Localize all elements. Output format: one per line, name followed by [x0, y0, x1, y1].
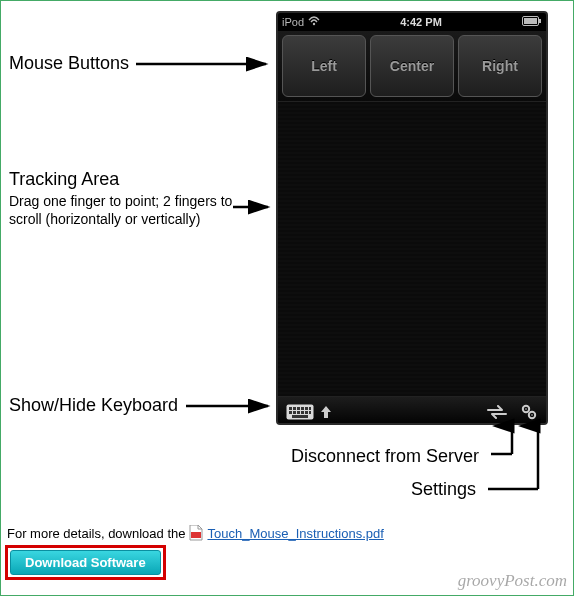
svg-rect-27 [191, 532, 201, 538]
svg-rect-8 [301, 407, 304, 410]
details-text: For more details, download the [7, 526, 185, 541]
mouse-buttons-row: Left Center Right [278, 31, 546, 101]
watermark: groovyPost.com [458, 571, 567, 591]
svg-rect-11 [289, 411, 292, 414]
svg-rect-13 [297, 411, 300, 414]
label-show-hide-keyboard: Show/Hide Keyboard [9, 395, 178, 415]
wifi-icon [308, 16, 320, 28]
arrow-icon [136, 56, 276, 76]
svg-rect-6 [293, 407, 296, 410]
label-tracking-area: Tracking Area [9, 169, 119, 189]
status-device: iPod [282, 16, 304, 28]
label-mouse-buttons: Mouse Buttons [9, 53, 129, 73]
battery-icon [522, 16, 542, 28]
trackpad-area[interactable] [278, 101, 546, 397]
keyboard-icon[interactable] [286, 404, 314, 420]
svg-point-19 [525, 408, 527, 410]
download-software-button[interactable]: Download Software [10, 550, 161, 575]
label-disconnect: Disconnect from Server [291, 446, 479, 466]
label-settings: Settings [411, 479, 476, 499]
svg-rect-15 [305, 411, 308, 414]
svg-rect-14 [301, 411, 304, 414]
svg-rect-7 [297, 407, 300, 410]
svg-rect-2 [539, 19, 541, 23]
svg-rect-10 [309, 407, 311, 410]
svg-rect-16 [309, 411, 311, 414]
arrow-icon [186, 398, 278, 418]
arrow-icon [233, 199, 278, 219]
download-highlight: Download Software [5, 545, 166, 580]
svg-rect-5 [289, 407, 292, 410]
shift-up-icon[interactable] [320, 405, 332, 419]
svg-rect-3 [524, 18, 537, 24]
mouse-center-button[interactable]: Center [370, 35, 454, 97]
svg-rect-12 [293, 411, 296, 414]
mouse-left-button[interactable]: Left [282, 35, 366, 97]
label-tracking-area-desc: Drag one finger to point; 2 fingers to s… [9, 192, 249, 228]
pdf-link[interactable]: Touch_Mouse_Instructions.pdf [207, 526, 383, 541]
arrow-icon [488, 414, 558, 494]
status-time: 4:42 PM [400, 16, 442, 28]
pdf-icon [189, 525, 203, 541]
svg-rect-9 [305, 407, 308, 410]
svg-point-0 [313, 23, 315, 25]
ipod-screen: iPod 4:42 PM [276, 11, 548, 425]
svg-rect-17 [292, 415, 308, 418]
mouse-right-button[interactable]: Right [458, 35, 542, 97]
